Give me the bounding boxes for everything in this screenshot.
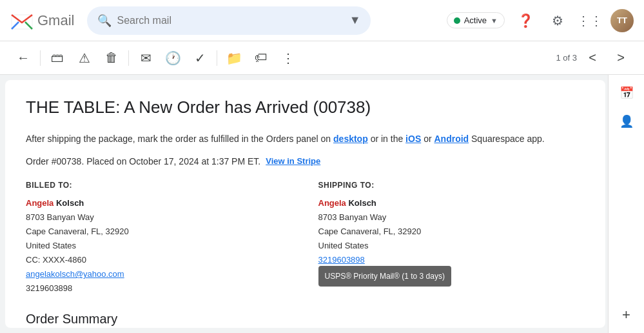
billed-address2: Cape Canaveral, FL, 32920 — [26, 225, 293, 239]
shipping-address2: Cape Canaveral, FL, 32920 — [318, 225, 585, 239]
add-to-tasks-button[interactable]: ✓ — [187, 45, 213, 71]
labels-button[interactable]: 🏷 — [248, 45, 274, 71]
ios-link[interactable]: iOS — [405, 134, 421, 144]
shipping-phone-container: 3219603898 USPS® Priority Mail® (1 to 3 … — [318, 255, 365, 265]
top-right-controls: Active ▼ ❓ ⚙ ⋮⋮ TT — [447, 9, 634, 32]
billed-address1: 8703 Banyan Way — [26, 210, 293, 225]
billed-name: Angela Kolsch — [26, 196, 293, 210]
active-dot — [454, 17, 460, 24]
shipping-phone-link[interactable]: 3219603898 — [318, 255, 365, 265]
email-content: THE TABLE: A New Order has Arrived (0073… — [5, 80, 605, 328]
gmail-logo-icon — [10, 9, 34, 32]
billed-phone: 3219603898 — [26, 281, 293, 296]
shipping-address1: 8703 Banyan Way — [318, 210, 585, 225]
billed-to-label: BILLED TO: — [26, 179, 293, 192]
billed-address3: United States — [26, 239, 293, 253]
squarespace-text: Squarespace app. — [471, 134, 545, 144]
mark-unread-button[interactable]: ✉ — [133, 45, 159, 71]
email-body-paragraph1: After shipping the package, mark the ord… — [26, 132, 585, 146]
toolbar-separator — [40, 50, 41, 66]
back-button[interactable]: ← — [10, 45, 36, 71]
snooze-button[interactable]: 🕐 — [160, 45, 186, 71]
order-info-line: Order #00738. Placed on October 17, 2024… — [26, 154, 585, 168]
shipping-to-block: SHIPPING TO: Angela Kolsch 8703 Banyan W… — [318, 179, 585, 296]
delete-button[interactable]: 🗑 — [99, 45, 124, 71]
support-button[interactable]: ❓ — [514, 9, 537, 32]
active-status-badge[interactable]: Active ▼ — [447, 12, 505, 28]
gmail-logo: Gmail — [10, 9, 74, 32]
shipping-name-rest: Kolsch — [346, 198, 376, 208]
billed-name-highlight: Angela — [26, 198, 54, 208]
settings-button[interactable]: ⚙ — [546, 9, 569, 32]
sidebar-tab-calendar[interactable]: 📅 — [614, 80, 639, 106]
search-bar[interactable]: 🔍 ▼ — [87, 6, 371, 35]
active-label: Active — [464, 15, 487, 25]
billed-email: angelakolsch@yahoo.com — [26, 267, 293, 281]
billed-cc: CC: XXXX-4860 — [26, 253, 293, 267]
sidebar-add-button[interactable]: + — [614, 302, 639, 328]
avatar: TT — [610, 9, 634, 32]
email-body: After shipping the package, mark the ord… — [26, 132, 585, 328]
apps-button[interactable]: ⋮⋮ — [578, 9, 601, 32]
search-input[interactable] — [117, 15, 341, 26]
spam-button[interactable]: ⚠ — [72, 45, 97, 71]
archive-button[interactable]: 🗃 — [44, 45, 70, 71]
desktop-link[interactable]: desktop — [333, 134, 368, 144]
shipping-name: Angela Kolsch — [318, 196, 585, 210]
nav-next-button[interactable]: > — [608, 45, 634, 71]
main-area: THE TABLE: A New Order has Arrived (0073… — [0, 75, 644, 333]
shipping-tooltip: USPS® Priority Mail® (1 to 3 days) — [318, 266, 451, 287]
nav-count-text: 1 of 3 — [556, 53, 577, 63]
shipping-address3: United States — [318, 239, 585, 253]
avatar-button[interactable]: TT — [610, 9, 634, 32]
view-in-stripe-link[interactable]: View in Stripe — [266, 155, 320, 168]
order-info-text: Order #00738. Placed on October 17, 2024… — [26, 154, 260, 168]
address-section: BILLED TO: Angela Kolsch 8703 Banyan Way… — [26, 179, 585, 296]
move-to-button[interactable]: 📁 — [221, 45, 247, 71]
order-summary-title: Order Summary — [26, 308, 585, 328]
billed-name-rest: Kolsch — [54, 198, 84, 208]
shipping-to-label: SHIPPING TO: — [318, 179, 585, 192]
sidebar-tab-people[interactable]: 👤 — [614, 108, 639, 134]
toolbar-separator-2 — [128, 50, 129, 66]
more-button[interactable]: ⋮ — [275, 45, 301, 71]
email-toolbar: ← 🗃 ⚠ 🗑 ✉ 🕐 ✓ 📁 🏷 ⋮ 1 of 3 < > — [0, 41, 644, 75]
top-bar: Gmail 🔍 ▼ Active ▼ ❓ ⚙ ⋮⋮ TT — [0, 0, 644, 41]
billed-email-link[interactable]: angelakolsch@yahoo.com — [26, 269, 124, 279]
android-link[interactable]: Android — [434, 134, 469, 144]
body-text-or1: or in the — [371, 134, 405, 144]
right-sidebar: 📅 👤 + — [608, 75, 644, 333]
gmail-text: Gmail — [37, 12, 74, 29]
active-chevron-icon: ▼ — [491, 17, 498, 25]
body-text-1: After shipping the package, mark the ord… — [26, 134, 331, 144]
nav-prev-button[interactable]: < — [580, 45, 605, 71]
email-title: THE TABLE: A New Order has Arrived (0073… — [26, 96, 585, 119]
billed-to-block: BILLED TO: Angela Kolsch 8703 Banyan Way… — [26, 179, 293, 296]
body-text-or2: or — [424, 134, 434, 144]
shipping-name-highlight: Angela — [318, 198, 346, 208]
nav-count-container: 1 of 3 < > — [556, 45, 634, 71]
search-options-button[interactable]: ▼ — [349, 14, 361, 27]
search-icon: 🔍 — [97, 14, 112, 28]
toolbar-separator-3 — [217, 50, 217, 66]
